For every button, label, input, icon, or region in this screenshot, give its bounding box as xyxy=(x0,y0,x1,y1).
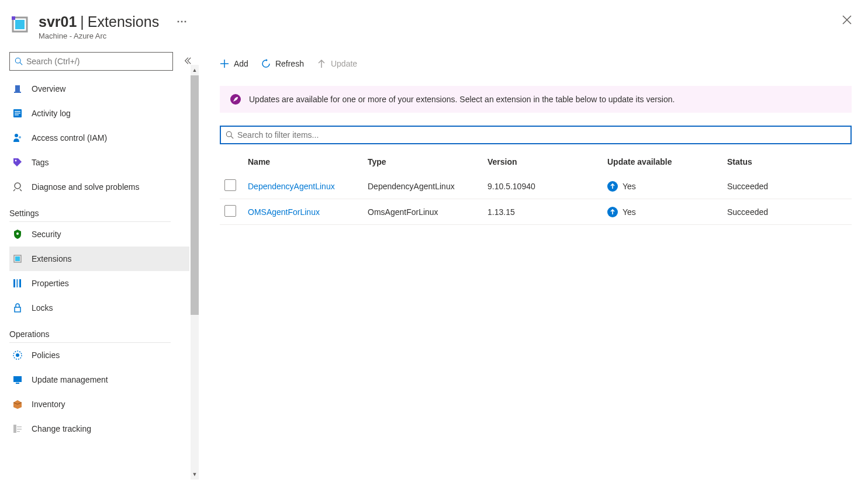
info-banner: Updates are available for one or more of… xyxy=(220,86,852,113)
refresh-label: Refresh xyxy=(275,59,304,68)
update-button: Update xyxy=(317,59,357,68)
sidebar-item-label: Security xyxy=(32,230,61,239)
scroll-down-arrow[interactable]: ▼ xyxy=(191,469,199,480)
svg-rect-1 xyxy=(12,16,15,20)
sidebar-item-activity-log[interactable]: Activity log xyxy=(9,101,189,126)
extension-name-link[interactable]: OMSAgentForLinux xyxy=(243,199,363,225)
extension-name-link[interactable]: DependencyAgentLinux xyxy=(243,173,363,199)
svg-rect-21 xyxy=(15,307,20,312)
update-label: Update xyxy=(331,59,357,68)
extensions-icon xyxy=(12,253,23,265)
search-icon xyxy=(226,131,234,139)
sidebar-item-tags[interactable]: Tags xyxy=(9,150,189,175)
svg-rect-26 xyxy=(13,425,16,433)
more-menu-button[interactable]: ⋯ xyxy=(177,15,188,28)
scroll-up-arrow[interactable]: ▲ xyxy=(191,65,199,75)
overview-icon xyxy=(12,83,23,95)
iam-icon xyxy=(12,132,23,144)
resource-subtitle: Machine - Azure Arc xyxy=(39,32,839,40)
sidebar-item-policies[interactable]: Policies xyxy=(9,343,189,367)
sidebar: Overview Activity log Access control (IA… xyxy=(0,46,199,480)
row-checkbox[interactable] xyxy=(224,205,236,217)
extension-status: Succeeded xyxy=(722,173,852,199)
svg-rect-19 xyxy=(16,279,18,287)
extension-status: Succeeded xyxy=(722,199,852,225)
svg-rect-20 xyxy=(19,279,21,287)
extension-version: 9.10.5.10940 xyxy=(483,173,603,199)
svg-rect-5 xyxy=(15,85,20,92)
sidebar-item-change-tracking[interactable]: Change tracking xyxy=(9,416,189,441)
resource-name: svr01 xyxy=(39,13,77,30)
update-available-icon xyxy=(607,207,618,217)
svg-point-23 xyxy=(16,353,19,357)
sidebar-search-input[interactable] xyxy=(26,57,168,66)
sidebar-item-label: Extensions xyxy=(32,254,71,263)
extensions-table: Name Type Version Update available Statu… xyxy=(220,151,852,225)
svg-rect-17 xyxy=(15,256,20,261)
change-icon xyxy=(12,423,23,435)
sidebar-item-label: Properties xyxy=(32,279,69,288)
sidebar-item-update-management[interactable]: Update management xyxy=(9,367,189,392)
sidebar-search[interactable] xyxy=(9,52,173,71)
sidebar-scrollbar[interactable]: ▲ ▼ xyxy=(191,65,199,480)
extension-type: OmsAgentForLinux xyxy=(363,199,483,225)
svg-point-13 xyxy=(15,160,17,162)
sidebar-item-overview[interactable]: Overview xyxy=(9,77,189,101)
table-row[interactable]: OMSAgentForLinux OmsAgentForLinux 1.13.1… xyxy=(220,199,852,225)
add-button[interactable]: Add xyxy=(220,59,248,68)
sidebar-item-security[interactable]: Security xyxy=(9,222,189,247)
sidebar-item-label: Policies xyxy=(32,350,60,360)
activity-icon xyxy=(12,107,23,119)
col-update[interactable]: Update available xyxy=(603,151,722,173)
resource-icon xyxy=(11,15,30,35)
sidebar-item-diagnose[interactable]: Diagnose and solve problems xyxy=(9,175,189,199)
plus-icon xyxy=(220,59,229,68)
sidebar-section-settings: Settings xyxy=(9,199,171,222)
sidebar-item-inventory[interactable]: Inventory xyxy=(9,392,189,416)
update-available-text: Yes xyxy=(623,182,636,191)
svg-rect-25 xyxy=(16,383,19,384)
filter-input[interactable] xyxy=(237,130,846,140)
sidebar-item-label: Locks xyxy=(32,303,53,313)
page-header: svr01 | Extensions ⋯ Machine - Azure Arc xyxy=(0,0,868,46)
svg-rect-10 xyxy=(15,114,19,115)
sidebar-item-locks[interactable]: Locks xyxy=(9,296,189,320)
refresh-button[interactable]: Refresh xyxy=(261,59,304,68)
col-version[interactable]: Version xyxy=(483,151,603,173)
rocket-icon xyxy=(230,94,241,105)
sidebar-item-properties[interactable]: Properties xyxy=(9,271,189,296)
inventory-icon xyxy=(12,398,23,410)
filter-search[interactable] xyxy=(220,126,852,144)
scroll-thumb[interactable] xyxy=(191,75,199,315)
locks-icon xyxy=(12,302,23,314)
banner-text: Updates are available for one or more of… xyxy=(249,95,675,104)
svg-point-14 xyxy=(15,183,20,189)
svg-rect-9 xyxy=(15,113,20,113)
tags-icon xyxy=(12,157,23,168)
col-name[interactable]: Name xyxy=(243,151,363,173)
update-available-text: Yes xyxy=(623,207,636,217)
policies-icon xyxy=(12,349,23,361)
sidebar-item-label: Access control (IAM) xyxy=(32,133,107,143)
sidebar-item-extensions[interactable]: Extensions xyxy=(9,247,189,271)
svg-point-12 xyxy=(19,136,21,138)
sidebar-item-label: Overview xyxy=(32,84,65,93)
row-checkbox[interactable] xyxy=(224,179,236,191)
col-status[interactable]: Status xyxy=(722,151,852,173)
col-type[interactable]: Type xyxy=(363,151,483,173)
svg-line-31 xyxy=(231,136,233,138)
refresh-icon xyxy=(261,59,271,68)
sidebar-item-label: Change tracking xyxy=(32,424,91,433)
up-arrow-icon xyxy=(317,59,326,68)
sidebar-item-iam[interactable]: Access control (IAM) xyxy=(9,126,189,150)
sidebar-item-label: Diagnose and solve problems xyxy=(32,182,139,192)
sidebar-section-operations: Operations xyxy=(9,320,171,343)
svg-rect-2 xyxy=(15,20,25,29)
sidebar-item-label: Update management xyxy=(32,375,108,384)
close-button[interactable] xyxy=(839,12,855,31)
sidebar-item-label: Inventory xyxy=(32,400,65,409)
table-row[interactable]: DependencyAgentLinux DependencyAgentLinu… xyxy=(220,173,852,199)
svg-rect-29 xyxy=(17,431,20,432)
update-available-icon xyxy=(607,181,618,192)
update-icon xyxy=(12,374,23,386)
